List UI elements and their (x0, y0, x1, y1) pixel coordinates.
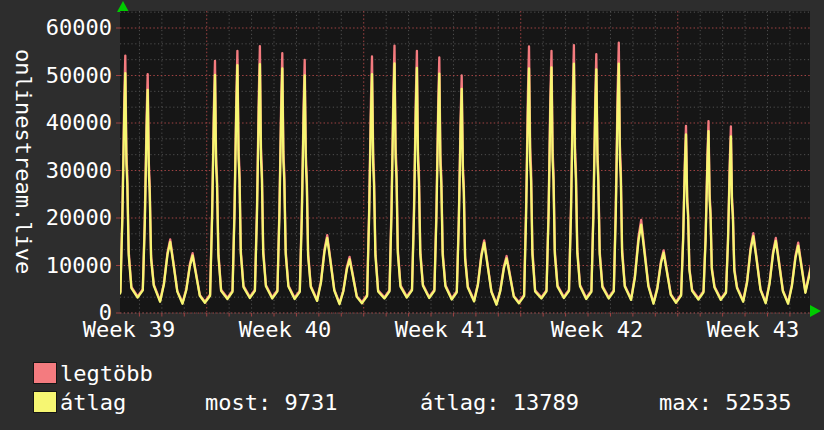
stat-atlag-label: átlag: (420, 390, 499, 415)
x-tick-label: Week 39 (39, 317, 219, 343)
x-tick-label: Week 41 (351, 317, 531, 343)
y-tick-label: 30000 (0, 158, 112, 184)
plot-area (114, 9, 814, 319)
legend-label-max: legtöbb (60, 361, 153, 387)
stat-max-label: max: (659, 390, 712, 415)
stat-most: most: 9731 (205, 390, 337, 416)
legend-swatch-max (33, 362, 57, 384)
y-tick-label: 60000 (0, 15, 112, 41)
stat-atlag-value: 13789 (513, 390, 579, 415)
legend-swatch-avg (33, 391, 57, 413)
stat-most-label: most: (205, 390, 271, 415)
stat-most-value: 9731 (284, 390, 337, 415)
stat-atlag: átlag: 13789 (420, 390, 579, 416)
stat-max: max: 52535 (659, 390, 791, 416)
x-tick-label: Week 40 (195, 317, 375, 343)
y-tick-label: 10000 (0, 253, 112, 279)
y-tick-label: 50000 (0, 63, 112, 89)
y-tick-label: 40000 (0, 110, 112, 136)
legend-label-avg: átlag (60, 390, 126, 416)
stat-max-value: 52535 (725, 390, 791, 415)
x-tick-label: Week 42 (507, 317, 687, 343)
x-tick-label: Week 43 (663, 317, 824, 343)
y-tick-label: 20000 (0, 205, 112, 231)
